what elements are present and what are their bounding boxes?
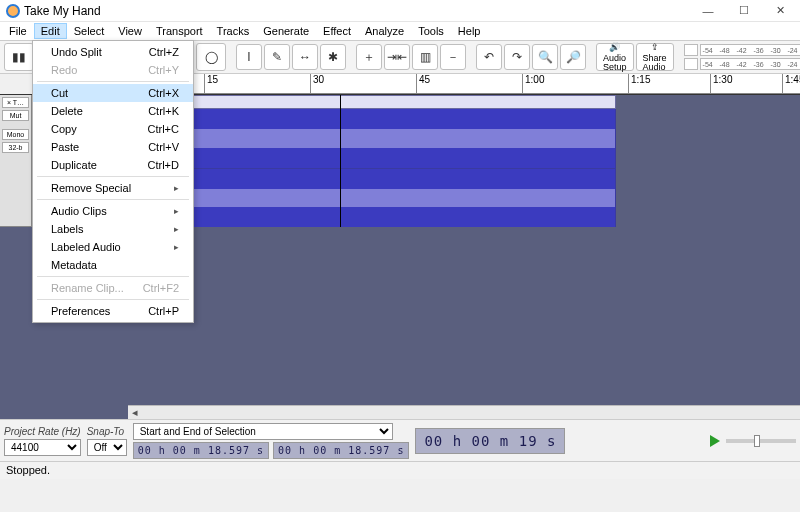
menu-item-labels[interactable]: Labels [33, 220, 193, 238]
menu-transport[interactable]: Transport [149, 23, 210, 39]
app-logo-icon [6, 4, 20, 18]
menu-item-audio-clips[interactable]: Audio Clips [33, 202, 193, 220]
edit-menu-dropdown: Undo SplitCtrl+ZRedoCtrl+YCutCtrl+XDelet… [32, 40, 194, 323]
track-header-cell[interactable]: Mut [2, 110, 29, 121]
close-button[interactable]: ✕ [762, 0, 798, 22]
menu-effect[interactable]: Effect [316, 23, 358, 39]
menu-item-preferences[interactable]: PreferencesCtrl+P [33, 302, 193, 320]
menu-analyze[interactable]: Analyze [358, 23, 411, 39]
track-header-cell[interactable]: 32-b [2, 142, 29, 153]
pause-button[interactable]: ▮▮ [4, 43, 34, 71]
ruler-tick: 1:30 [710, 74, 732, 93]
share-audio-label: Share Audio [643, 54, 667, 72]
play-meter-icon[interactable] [684, 58, 698, 70]
menu-item-undo-split[interactable]: Undo SplitCtrl+Z [33, 43, 193, 61]
playback-speed-slider[interactable] [726, 439, 796, 443]
menu-separator [37, 199, 189, 200]
menu-separator [37, 81, 189, 82]
menu-item-rename-clip-: Rename Clip...Ctrl+F2 [33, 279, 193, 297]
ruler-tick: 15 [204, 74, 218, 93]
track-header-cell[interactable]: Mono [2, 129, 29, 140]
scroll-left-icon[interactable]: ◂ [128, 407, 142, 419]
menu-item-cut[interactable]: CutCtrl+X [33, 84, 193, 102]
menu-generate[interactable]: Generate [256, 23, 316, 39]
zoom-in-button[interactable]: ＋ [356, 44, 382, 70]
play-at-speed-button[interactable] [710, 435, 720, 447]
ruler-tick: 1:15 [628, 74, 650, 93]
position-time[interactable]: 00 h 00 m 19 s [415, 428, 565, 454]
rec-meter-icon[interactable] [684, 44, 698, 56]
menu-tracks[interactable]: Tracks [210, 23, 257, 39]
loop-button[interactable]: ◯ [196, 43, 226, 71]
menu-item-duplicate[interactable]: DuplicateCtrl+D [33, 156, 193, 174]
menu-select[interactable]: Select [67, 23, 112, 39]
ruler-tick: 30 [310, 74, 324, 93]
menu-item-copy[interactable]: CopyCtrl+C [33, 120, 193, 138]
menu-item-redo: RedoCtrl+Y [33, 61, 193, 79]
selection-bar: Project Rate (Hz) 44100 Snap-To Off Star… [0, 419, 800, 461]
window-title: Take My Hand [24, 4, 690, 18]
menu-bar: FileEditSelectViewTransportTracksGenerat… [0, 22, 800, 40]
menu-item-remove-special[interactable]: Remove Special [33, 179, 193, 197]
zoom-fit-button[interactable]: 🔍 [532, 44, 558, 70]
status-bar: Stopped. [0, 461, 800, 479]
selection-start-time[interactable]: 00 h 00 m 18.597 s [133, 442, 269, 459]
selection-tool[interactable]: I [236, 44, 262, 70]
menu-separator [37, 176, 189, 177]
horizontal-scrollbar[interactable]: ◂ [128, 405, 800, 419]
maximize-button[interactable]: ☐ [726, 0, 762, 22]
track-header[interactable]: × T…MutMono32-b [0, 95, 32, 227]
speaker-icon: 🔊 [609, 43, 620, 52]
track-header-cell[interactable]: × T… [2, 97, 29, 108]
menu-help[interactable]: Help [451, 23, 488, 39]
title-bar: Take My Hand — ☐ ✕ [0, 0, 800, 22]
playhead[interactable] [340, 95, 341, 227]
selection-end-time[interactable]: 00 h 00 m 18.597 s [273, 442, 409, 459]
menu-item-delete[interactable]: DeleteCtrl+K [33, 102, 193, 120]
ruler-tick: 1:00 [522, 74, 544, 93]
menu-separator [37, 299, 189, 300]
redo-button[interactable]: ↷ [504, 44, 530, 70]
recording-meter[interactable]: -54-48-42-36-30-24-18-12-6 [700, 44, 800, 56]
share-audio-button[interactable]: ⇪ Share Audio [636, 43, 674, 71]
project-rate-select[interactable]: 44100 [4, 439, 81, 456]
menu-tools[interactable]: Tools [411, 23, 451, 39]
zoom-sel-button[interactable]: 🔎 [560, 44, 586, 70]
project-rate-label: Project Rate (Hz) [4, 426, 81, 437]
trim-button[interactable]: ⇥⇤ [384, 44, 410, 70]
playback-meter[interactable]: -54-48-42-36-30-24-18-12-6 [700, 58, 800, 70]
menu-edit[interactable]: Edit [34, 23, 67, 39]
ruler-tick: 1:45 [782, 74, 800, 93]
snap-to-label: Snap-To [87, 426, 127, 437]
share-icon: ⇪ [651, 43, 659, 52]
minimize-button[interactable]: — [690, 0, 726, 22]
selection-mode-select[interactable]: Start and End of Selection [133, 423, 393, 440]
zoom-out-button[interactable]: － [440, 44, 466, 70]
menu-file[interactable]: File [2, 23, 34, 39]
snap-to-select[interactable]: Off [87, 439, 127, 456]
envelope-tool[interactable]: ✎ [264, 44, 290, 70]
menu-view[interactable]: View [111, 23, 149, 39]
audio-setup-label: Audio Setup [603, 54, 627, 72]
menu-separator [37, 276, 189, 277]
undo-button[interactable]: ↶ [476, 44, 502, 70]
ruler-tick: 45 [416, 74, 430, 93]
menu-item-metadata[interactable]: Metadata [33, 256, 193, 274]
draw-tool[interactable]: ↔ [292, 44, 318, 70]
play-at-speed [710, 435, 796, 447]
audio-setup-button[interactable]: 🔊 Audio Setup [596, 43, 634, 71]
multi-tool[interactable]: ✱ [320, 44, 346, 70]
menu-item-paste[interactable]: PasteCtrl+V [33, 138, 193, 156]
menu-item-labeled-audio[interactable]: Labeled Audio [33, 238, 193, 256]
silence-button[interactable]: ▥ [412, 44, 438, 70]
slider-thumb[interactable] [754, 435, 760, 447]
